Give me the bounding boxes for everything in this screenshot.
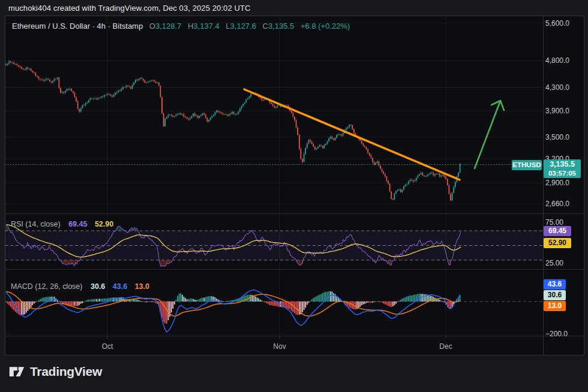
macd-legend[interactable]: MACD (12, 26, close) 30.6 43.6 13.0: [11, 282, 149, 291]
price-axis-label: 2,660.0: [545, 199, 583, 209]
high-label: H: [188, 22, 193, 31]
chart-drawings[interactable]: [244, 89, 504, 180]
rsi-value: 69.45: [68, 220, 87, 228]
price-axis-label: 3,900.0: [545, 106, 583, 116]
low-label: L: [226, 22, 230, 31]
tradingview-logo-text: TradingView: [30, 364, 102, 379]
last-price-badge: 3,135.5 03:57:05: [544, 159, 581, 178]
price-axis-label: 5,600.0: [545, 19, 583, 28]
price-pane[interactable]: [5, 60, 543, 201]
chart-canvas[interactable]: [0, 0, 588, 392]
macd-signal-value: 13.0: [135, 282, 149, 291]
rsi-ma-axis-badge: 52.90: [544, 238, 571, 248]
rsi-ma-value: 52.90: [95, 220, 113, 228]
price-axis-label: 2,900.0: [545, 178, 583, 188]
rsi-axis-lower-label: 25.00: [545, 258, 583, 268]
descending-trendline: [244, 89, 460, 180]
macd-axis-low-label: −200.0: [545, 329, 583, 339]
macd-line-axis-badge: 43.6: [544, 279, 566, 290]
low-value: 3,127.6: [230, 22, 256, 31]
macd-histogram-axis-badge: 30.6: [544, 290, 566, 300]
change-value: +6.8 (+0.22%): [301, 22, 350, 31]
close-value: 3,135.5: [268, 22, 294, 31]
last-price-value: 3,135.5: [544, 159, 581, 169]
rsi-axis-badge: 69.45: [544, 226, 571, 236]
bar-countdown: 03:57:05: [544, 169, 581, 177]
symbol-title[interactable]: Ethereum / U.S. Dollar · 4h · Bitstamp: [12, 22, 143, 31]
time-axis-label: Nov: [271, 342, 289, 351]
high-value: 3,137.4: [193, 22, 219, 31]
rsi-pane[interactable]: [5, 225, 543, 267]
tradingview-icon: [8, 364, 25, 379]
macd-signal-axis-badge: 13.0: [544, 301, 566, 311]
open-label: O: [149, 22, 155, 31]
price-axis-label: 4,800.0: [545, 56, 583, 65]
tradingview-screenshot: muchoki404 created with TradingView.com,…: [0, 0, 588, 392]
symbol-price-label: ETHUSD: [512, 160, 542, 170]
open-value: 3,128.7: [155, 22, 181, 31]
close-label: C: [263, 22, 268, 31]
macd-signal-line: [6, 291, 460, 316]
macd-pane[interactable]: [5, 290, 543, 332]
rsi-legend-title[interactable]: RSI (14, close): [11, 220, 61, 228]
tradingview-logo[interactable]: TradingView: [8, 364, 102, 379]
rsi-legend[interactable]: RSI (14, close) 69.45 52.90: [11, 220, 113, 228]
price-axis-label: 4,300.0: [545, 83, 583, 92]
price-axis-label: 3,500.0: [545, 132, 583, 142]
time-axis-label: Dec: [437, 342, 455, 351]
time-axis-label: Oct: [98, 342, 116, 351]
symbol-legend[interactable]: Ethereum / U.S. Dollar · 4h · Bitstamp O…: [12, 22, 350, 31]
macd-line: [6, 290, 460, 332]
macd-legend-title[interactable]: MACD (12, 26, close): [11, 282, 82, 291]
macd-histogram-value: 30.6: [91, 282, 105, 291]
macd-line-value: 43.6: [113, 282, 127, 291]
